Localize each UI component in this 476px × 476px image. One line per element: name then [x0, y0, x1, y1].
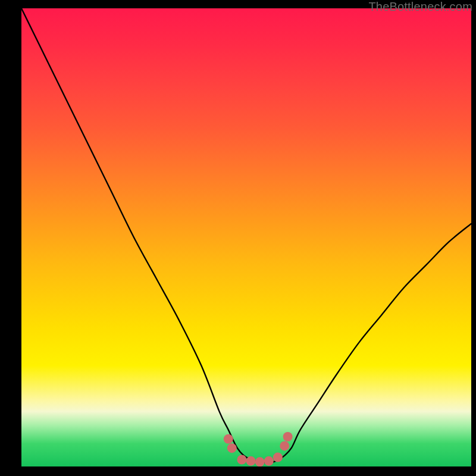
optimal-dot: [224, 434, 233, 444]
optimal-dot: [264, 456, 274, 466]
plot-area: [21, 8, 471, 466]
optimal-dot: [227, 443, 237, 453]
optimal-dot: [280, 441, 289, 450]
optimal-dot: [246, 456, 256, 466]
chart-frame: TheBottleneck.com: [0, 0, 476, 476]
optimal-dot: [255, 457, 265, 466]
optimal-dot: [283, 432, 293, 441]
watermark-text: TheBottleneck.com: [368, 0, 472, 14]
optimal-dot: [273, 453, 283, 462]
curve-layer: [21, 8, 471, 466]
optimal-dots: [224, 432, 293, 466]
optimal-dot: [237, 455, 246, 465]
bottleneck-curve: [21, 8, 471, 462]
